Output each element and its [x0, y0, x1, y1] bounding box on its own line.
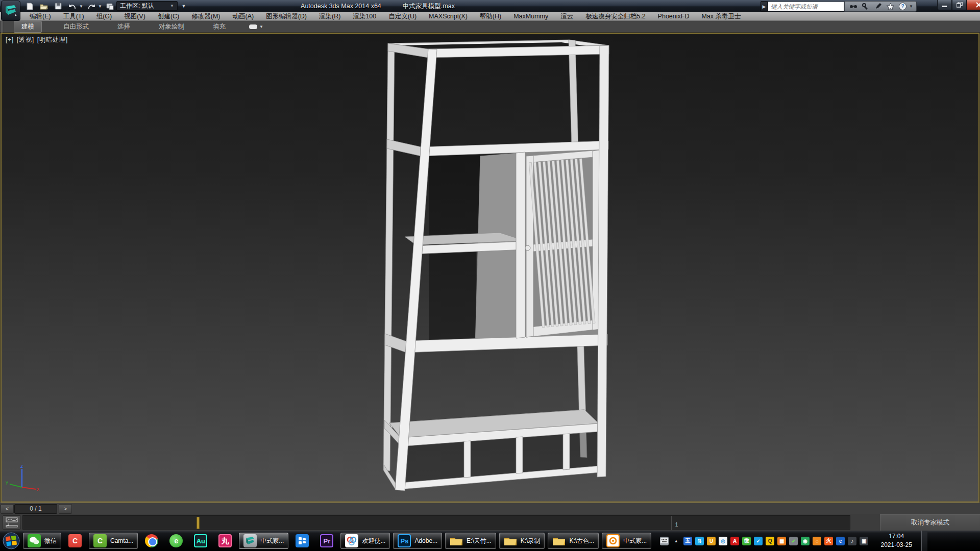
menu-help[interactable]: 帮助(H): [474, 12, 507, 21]
menu-modifiers[interactable]: 修改器(M): [185, 12, 226, 21]
subscription-wrench-icon[interactable]: [860, 2, 871, 11]
menu-create[interactable]: 创建(C): [152, 12, 185, 21]
tab-freeform[interactable]: 自由形式: [56, 21, 96, 32]
project-folder-button[interactable]: [104, 1, 116, 11]
undo-button[interactable]: [66, 1, 79, 11]
taskbar-folder-k1[interactable]: K:\录制: [499, 533, 545, 549]
search-icon[interactable]: [848, 2, 859, 11]
cancel-expert-mode-button[interactable]: 取消专家模式: [880, 514, 980, 531]
fire-icon[interactable]: 火: [824, 537, 833, 545]
taskbar-recorder[interactable]: 欢迎使...: [340, 533, 390, 549]
taskbar-premiere[interactable]: Pr: [316, 533, 337, 549]
taskbar-video-app[interactable]: [291, 533, 313, 549]
tab-modeling[interactable]: 建模: [14, 21, 42, 33]
taskbar-green-browser[interactable]: e: [165, 533, 187, 549]
favorites-star-icon[interactable]: [885, 2, 896, 11]
show-desktop-button[interactable]: [921, 531, 927, 551]
window-controls: [937, 0, 980, 10]
document-title: 中式家具模型.max: [403, 2, 455, 11]
ribbon-overflow-button[interactable]: ▼: [249, 24, 263, 29]
taskbar-label: K:\录制: [521, 537, 541, 545]
menu-customize[interactable]: 自定义(U): [382, 12, 423, 21]
help-icon[interactable]: ?: [897, 2, 908, 11]
taskbar-3dsmax[interactable]: 中式家...: [239, 533, 288, 549]
sync-icon[interactable]: ⇅: [695, 537, 704, 545]
pdf-icon[interactable]: A: [730, 537, 739, 545]
ime-icon[interactable]: 五: [683, 537, 692, 545]
window-icon[interactable]: ▦: [777, 537, 786, 545]
hidden-icons-arrow[interactable]: ▲: [672, 537, 680, 545]
next-frame-button[interactable]: >: [59, 504, 72, 514]
taskbar-camtasia-red[interactable]: C: [64, 533, 86, 549]
previous-frame-button[interactable]: <: [1, 504, 14, 514]
close-button[interactable]: [967, 0, 980, 10]
menu-render100[interactable]: 渲染100: [347, 12, 382, 21]
infocenter-expand-arrow[interactable]: ▶: [761, 1, 768, 12]
taskbar-clock[interactable]: 17:04 2021-03-25: [874, 532, 918, 550]
menu-phoenixfd[interactable]: PhoenixFD: [652, 13, 696, 20]
menu-views[interactable]: 视图(V): [118, 12, 152, 21]
usb-ok-icon[interactable]: ✔: [789, 537, 798, 545]
menu-rendering[interactable]: 渲染(R): [313, 12, 347, 21]
tab-object-paint[interactable]: 对象绘制: [152, 21, 191, 32]
tab-populate[interactable]: 填充: [206, 21, 233, 32]
restore-button[interactable]: [952, 0, 967, 10]
ribbon-overflow-icon: [249, 24, 257, 29]
menu-rendercloud[interactable]: 渲云: [554, 12, 579, 21]
new-scene-button[interactable]: [23, 1, 36, 11]
save-file-button[interactable]: [52, 1, 64, 11]
taskbar-chrome[interactable]: [141, 533, 162, 549]
undo-dropdown[interactable]: ▼: [79, 4, 83, 9]
application-menu-button[interactable]: [1, 1, 20, 21]
menu-maxscript[interactable]: MAXScript(X): [423, 13, 474, 20]
menu-graph-editors[interactable]: 图形编辑器(D): [260, 12, 313, 21]
taskbar: 微信 C C Camta... e Au 丸 中式家...: [0, 531, 980, 551]
volume-icon[interactable]: ♪: [848, 537, 856, 545]
rings-tray-icon[interactable]: ◎: [719, 537, 727, 545]
taskbar-photoshop[interactable]: Ps Adobe...: [393, 533, 442, 549]
tim-icon[interactable]: ✓: [754, 537, 763, 545]
taskbar-camtasia[interactable]: C Camta...: [89, 533, 138, 549]
taskbar-folder-e[interactable]: E:\天竹...: [445, 533, 496, 549]
network-icon[interactable]: ▣: [860, 537, 868, 545]
wechat-tray-icon[interactable]: 微: [742, 537, 751, 545]
tab-selection[interactable]: 选择: [110, 21, 137, 32]
usb-icon[interactable]: U: [707, 537, 716, 545]
ribbon-drag-handle[interactable]: [2, 21, 7, 33]
menu-edit[interactable]: 编辑(E): [23, 12, 57, 21]
taskbar-capture[interactable]: 中式家...: [602, 533, 651, 549]
qat-overflow-button[interactable]: ▼: [180, 1, 188, 11]
taskbar-audition[interactable]: Au: [190, 533, 211, 549]
redo-button[interactable]: [85, 1, 97, 11]
menu-archive[interactable]: 极速瘦身安全归档5.2: [579, 12, 651, 21]
menu-tools[interactable]: 工具(T): [57, 12, 90, 21]
eset-icon[interactable]: e: [836, 537, 845, 545]
perspective-viewport[interactable]: [+] [透视] [明暗处理]: [1, 33, 979, 503]
communication-pen-icon[interactable]: [872, 2, 884, 11]
menu-maxmummy[interactable]: MaxMummy: [507, 13, 554, 20]
keyboard-icon[interactable]: [660, 537, 669, 545]
folder-icon: [450, 534, 463, 547]
open-file-button[interactable]: [38, 1, 50, 11]
menu-antivirus[interactable]: Max 杀毒卫士: [695, 12, 747, 21]
time-slider-thumb[interactable]: 0 / 1: [14, 504, 57, 514]
help-dropdown[interactable]: ▼: [909, 4, 913, 9]
camtasia-icon: C: [93, 534, 107, 547]
qq-icon[interactable]: Q: [766, 537, 774, 545]
redo-dropdown[interactable]: ▼: [98, 4, 102, 9]
cast-icon[interactable]: ◉: [801, 537, 810, 545]
mini-curve-editor-button[interactable]: [3, 515, 21, 530]
start-button[interactable]: [1, 531, 21, 551]
taskbar-wechat[interactable]: 微信: [23, 533, 61, 549]
search-input[interactable]: [768, 2, 844, 11]
menu-animation[interactable]: 动画(A): [226, 12, 260, 21]
taskbar-folder-k2[interactable]: K:\古色...: [548, 533, 599, 549]
shelf-model[interactable]: [2, 34, 978, 502]
time-marker[interactable]: [197, 517, 200, 529]
taskbar-wan[interactable]: 丸: [214, 533, 236, 549]
workspace-selector[interactable]: 工作区: 默认 ▼: [116, 1, 178, 11]
menu-group[interactable]: 组(G): [90, 12, 118, 21]
track-bar[interactable]: 1: [22, 515, 850, 530]
minimize-button[interactable]: [937, 0, 952, 10]
camera-icon[interactable]: ◌: [813, 537, 821, 545]
